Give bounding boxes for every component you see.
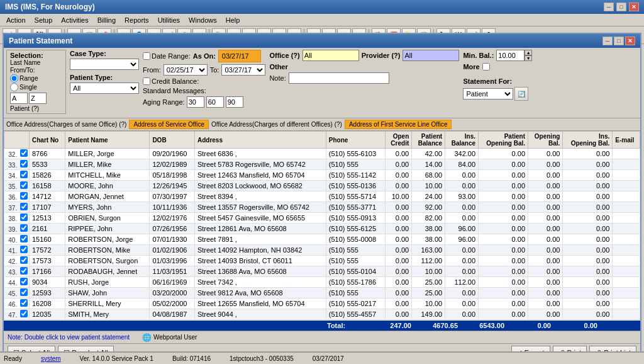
aging-60-input[interactable] xyxy=(206,96,224,108)
office-input[interactable] xyxy=(303,50,359,61)
row-checkbox[interactable] xyxy=(20,299,28,307)
menu-setup[interactable]: Setup xyxy=(31,15,57,25)
row-checkbox[interactable] xyxy=(20,203,28,210)
cell-ins-open: 0.00 xyxy=(563,170,613,181)
row-checkbox[interactable] xyxy=(20,171,28,178)
table-row[interactable]: 36. 14712 MORGAN, Jennet 07/30/1997 Stre… xyxy=(4,191,640,202)
dialog-maximize[interactable]: □ xyxy=(614,37,624,45)
cell-open-bal: 0.00 xyxy=(528,224,563,234)
refresh-button[interactable]: 🔄 xyxy=(514,87,528,101)
cell-name: MITCHELL, Mike xyxy=(65,170,150,181)
row-checkbox[interactable] xyxy=(20,267,28,275)
single-radio[interactable] xyxy=(10,83,18,91)
credit-balance-checkbox[interactable] xyxy=(143,77,150,85)
row-checkbox[interactable] xyxy=(20,256,28,264)
menu-help[interactable]: Help xyxy=(222,15,244,25)
to-input[interactable] xyxy=(29,93,47,104)
range-radio[interactable] xyxy=(10,74,18,82)
table-row[interactable]: 34. 15826 MITCHELL, Mike 05/18/1998 Stre… xyxy=(4,170,640,181)
cell-open-credit: 0.00 xyxy=(385,277,411,288)
spin-down[interactable]: ▼ xyxy=(525,55,532,61)
cell-phone: (510) 555-0136 xyxy=(326,181,385,191)
provider-input[interactable] xyxy=(402,50,459,61)
cell-ins-bal: 96.00 xyxy=(445,234,479,245)
table-row[interactable]: 44. 9034 RUSH, Jorge 06/16/1969 Street 7… xyxy=(4,277,640,288)
row-checkbox[interactable] xyxy=(20,235,28,242)
table-row[interactable]: 40. 15160 ROBERTSON, Jorge 07/01/1930 St… xyxy=(4,234,640,245)
date-range-checkbox[interactable] xyxy=(143,52,150,60)
table-row[interactable]: 45. 12593 SHAW, John 03/20/2000 Street 9… xyxy=(4,288,640,299)
menu-billing[interactable]: Billing xyxy=(94,15,119,25)
table-row[interactable]: 46. 16208 SHERRILL, Mery 05/02/2000 Stre… xyxy=(4,299,640,309)
aging-90-input[interactable] xyxy=(226,96,243,108)
row-checkbox[interactable] xyxy=(20,278,28,285)
row-checkbox[interactable] xyxy=(20,213,28,221)
credit-balance-checkbox-label[interactable]: Credit Balance: xyxy=(143,77,199,85)
row-checkbox[interactable] xyxy=(20,310,28,317)
table-row[interactable]: 41. 17572 ROBERTSON, Mike 01/02/1906 Str… xyxy=(4,245,640,256)
menu-action[interactable]: Action xyxy=(3,15,30,25)
patient-label: Patient (?) xyxy=(10,105,62,112)
more-label: More xyxy=(463,63,479,71)
table-container[interactable]: Chart No Patient Name DOB Address Phone … xyxy=(4,131,640,321)
menu-windows[interactable]: Windows xyxy=(185,15,221,25)
single-radio-label[interactable]: Single xyxy=(10,83,62,91)
row-checkbox[interactable] xyxy=(20,181,28,189)
min-bal-label: Min. Bal.: xyxy=(463,52,494,59)
cell-pat-open: 0.00 xyxy=(479,234,528,245)
table-row[interactable]: 42. 17573 ROBERTSON, Surgon 01/03/1996 S… xyxy=(4,256,640,266)
more-checkbox[interactable] xyxy=(482,63,490,71)
row-checkbox[interactable] xyxy=(20,160,28,168)
cell-chart: 12513 xyxy=(30,213,65,224)
row-checkbox[interactable] xyxy=(20,192,28,200)
from-to-date-row: From: 02/25/17 To: 03/27/17 xyxy=(143,64,265,76)
row-num: 39. xyxy=(4,224,30,234)
table-row[interactable]: 43. 17166 RODABAUGH, Jennet 11/03/1951 S… xyxy=(4,266,640,277)
row-checkbox[interactable] xyxy=(20,288,28,296)
cell-email xyxy=(613,170,640,181)
spin-up[interactable]: ▲ xyxy=(525,50,532,55)
dialog-title-bar: Patient Statement ─ □ ✕ xyxy=(4,34,640,48)
dialog-close[interactable]: ✕ xyxy=(625,37,635,45)
close-button[interactable]: ✕ xyxy=(629,3,639,11)
range-radio-label[interactable]: Range xyxy=(10,74,62,82)
row-checkbox[interactable] xyxy=(20,149,28,157)
minimize-button[interactable]: ─ xyxy=(604,3,614,11)
patient-type-select[interactable]: All xyxy=(70,82,139,94)
date-range-checkbox-label[interactable]: Date Range: xyxy=(143,52,191,60)
standard-messages-row: Standard Messages: xyxy=(143,87,265,94)
table-row[interactable]: 38. 12513 OBRIEN, Surgon 12/02/1976 Stre… xyxy=(4,213,640,224)
table-row[interactable]: 35. 16158 MOORE, John 12/26/1945 Street … xyxy=(4,181,640,191)
table-row[interactable]: 37. 17107 MYERS, John 10/11/1936 Street … xyxy=(4,202,640,213)
from-date-select[interactable]: 02/25/17 xyxy=(164,64,208,76)
addr-same-tab[interactable]: Address of Service Office xyxy=(129,120,209,129)
cell-pat-open: 0.00 xyxy=(479,256,528,266)
note-input[interactable] xyxy=(289,72,389,84)
as-on-input[interactable] xyxy=(221,50,258,62)
menu-reports[interactable]: Reports xyxy=(121,15,153,25)
to-date-select[interactable]: 03/27/17 xyxy=(221,64,265,76)
maximize-button[interactable]: □ xyxy=(616,3,626,11)
cell-ins-bal: 84.00 xyxy=(445,159,479,170)
menu-utilities[interactable]: Utilities xyxy=(154,15,184,25)
cell-pat-bal: 82.00 xyxy=(412,213,445,224)
table-row[interactable]: 33. 5533 MILLER, Mike 12/02/1989 Street … xyxy=(4,159,640,170)
cell-ins-open: 0.00 xyxy=(563,149,613,159)
table-row[interactable]: 32. 8766 MILLER, Jorge 09/20/1960 Street… xyxy=(4,149,640,159)
row-checkbox[interactable] xyxy=(20,246,28,253)
from-input[interactable] xyxy=(10,93,28,104)
table-row[interactable]: 47. 12035 SMITH, Mery 04/08/1987 Street … xyxy=(4,309,640,320)
table-row[interactable]: 39. 2161 RIPPEE, John 07/26/1956 Street … xyxy=(4,224,640,234)
cell-pat-open: 0.00 xyxy=(479,159,528,170)
case-type-select[interactable] xyxy=(70,59,139,70)
statement-for-select[interactable]: Patient xyxy=(463,88,513,100)
aging-30-input[interactable] xyxy=(187,96,204,108)
menu-activities[interactable]: Activities xyxy=(57,15,92,25)
dialog-minimize[interactable]: ─ xyxy=(602,37,613,45)
addr-diff-tab[interactable]: Address of First Service Line Office xyxy=(345,120,452,129)
cell-open-credit: 0.00 xyxy=(385,245,411,256)
min-bal-input[interactable] xyxy=(496,50,525,61)
range-label: Range xyxy=(19,75,38,82)
row-checkbox[interactable] xyxy=(20,224,28,232)
patient-table: Chart No Patient Name DOB Address Phone … xyxy=(4,131,640,320)
